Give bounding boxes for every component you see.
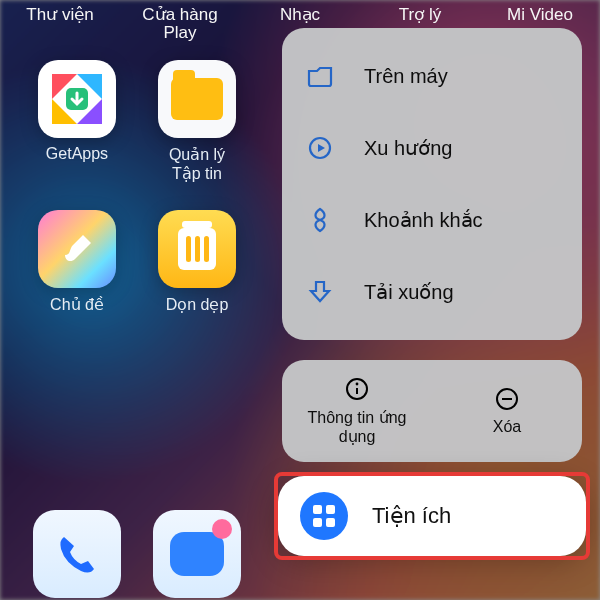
moment-icon [302, 206, 338, 234]
widgets-label: Tiện ích [372, 503, 451, 529]
app-label: Dọn dẹp [166, 295, 229, 314]
action-label: Thông tin ứng dụng [288, 408, 426, 446]
action-label: Xóa [493, 418, 521, 436]
info-icon [344, 376, 370, 402]
getapps-icon [38, 60, 116, 138]
menu-item-label: Khoảnh khắc [364, 208, 483, 232]
app-label: GetApps [46, 145, 108, 163]
dock-phone[interactable] [22, 510, 132, 600]
action-remove[interactable]: Xóa [432, 360, 582, 462]
play-icon [302, 134, 338, 162]
app-label: Quản lýTập tin [169, 145, 225, 183]
menu-item-downloads[interactable]: Tải xuống [282, 256, 582, 328]
menu-item-label: Tải xuống [364, 280, 454, 304]
svg-rect-7 [313, 505, 322, 514]
file-manager-icon [158, 60, 236, 138]
svg-rect-9 [313, 518, 322, 527]
phone-icon [33, 510, 121, 598]
folder-icon [302, 62, 338, 90]
menu-item-local[interactable]: Trên máy [282, 40, 582, 112]
download-icon [302, 278, 338, 306]
app-label: Chủ đề [50, 295, 104, 314]
remove-icon [494, 386, 520, 412]
menu-item-label: Xu hướng [364, 136, 452, 160]
svg-rect-10 [326, 518, 335, 527]
app-themes[interactable]: Chủ đề [22, 210, 132, 360]
svg-point-4 [356, 383, 359, 386]
menu-item-label: Trên máy [364, 65, 448, 88]
svg-rect-8 [326, 505, 335, 514]
app-file-manager[interactable]: Quản lýTập tin [142, 60, 252, 210]
themes-icon [38, 210, 116, 288]
top-label: Thư viện [0, 6, 120, 42]
dock-messages[interactable] [142, 510, 252, 600]
widgets-icon [300, 492, 348, 540]
menu-item-moments[interactable]: Khoảnh khắc [282, 184, 582, 256]
messages-icon [153, 510, 241, 598]
cleaner-icon [158, 210, 236, 288]
app-getapps[interactable]: GetApps [22, 60, 132, 210]
app-cleaner[interactable]: Dọn dẹp [142, 210, 252, 360]
action-bar: Thông tin ứng dụng Xóa [282, 360, 582, 462]
action-app-info[interactable]: Thông tin ứng dụng [282, 360, 432, 462]
top-label: Cửa hàngPlay [120, 6, 240, 42]
context-menu: Trên máy Xu hướng Khoảnh khắc Tải xuống [282, 28, 582, 340]
widgets-button[interactable]: Tiện ích [278, 476, 586, 556]
menu-item-trending[interactable]: Xu hướng [282, 112, 582, 184]
